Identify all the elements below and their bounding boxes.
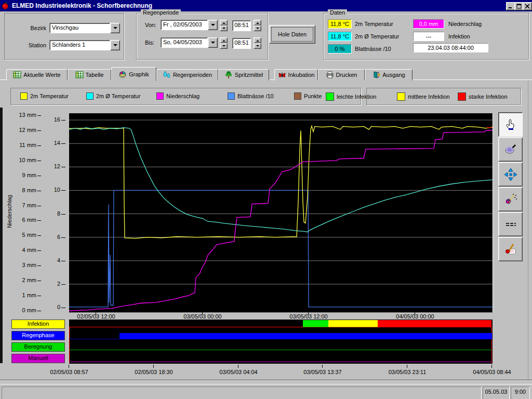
close-button[interactable] bbox=[523, 2, 532, 10]
dashed-lines-icon bbox=[504, 218, 517, 231]
legend-item: mittlere Infektion bbox=[397, 92, 450, 101]
von-label: Von: bbox=[145, 22, 156, 28]
series-blattn-sse-10 bbox=[69, 190, 493, 307]
bis-time-field[interactable]: 08:51 bbox=[232, 38, 251, 49]
mm-axis-tick bbox=[37, 311, 41, 311]
chart-canvas bbox=[69, 113, 493, 312]
hole-daten-button[interactable]: Hole Daten bbox=[269, 25, 315, 44]
tab-drucken[interactable]: Drucken bbox=[318, 69, 365, 81]
bezirk-select[interactable]: Vinschgau bbox=[49, 23, 120, 33]
bar-row-label-manuell: Manuell bbox=[11, 354, 65, 363]
tab-label: Aktuelle Werte bbox=[23, 72, 60, 78]
mm-axis-tick bbox=[37, 250, 41, 251]
title-bar[interactable]: ELMED Industrieelektronik - Schorfberech… bbox=[0, 0, 532, 11]
right-edge-line bbox=[528, 81, 528, 381]
mm-axis-tick bbox=[37, 265, 41, 266]
legend-swatch-icon bbox=[326, 92, 334, 101]
bar-row-label-beregnung: Beregnung bbox=[11, 342, 65, 352]
bars-x-tick-label: 03/05/03 04:04 bbox=[210, 369, 267, 375]
temp-axis-tick bbox=[61, 143, 65, 144]
mm-axis-tick-label: 0 mm bbox=[5, 307, 36, 313]
niederschlag-value: 0,0 mm bbox=[413, 19, 444, 29]
chevron-down-icon bbox=[211, 24, 215, 28]
tab-regenperioden[interactable]: Regenperioden bbox=[156, 69, 218, 81]
bis-date-select[interactable]: So, 04/05/2003 bbox=[161, 37, 218, 48]
temp-axis-tick bbox=[61, 120, 65, 121]
hand-tool-button[interactable] bbox=[498, 112, 523, 137]
von-date-stepper[interactable] bbox=[220, 20, 228, 30]
lines-tool-button[interactable] bbox=[498, 212, 523, 236]
tab-label: Ausgang bbox=[382, 72, 405, 78]
temp-axis-tick bbox=[61, 190, 65, 191]
printer-icon bbox=[326, 71, 334, 79]
butterfly-icon bbox=[278, 71, 286, 79]
chevron-down-icon bbox=[211, 42, 215, 46]
pan-tool-button[interactable] bbox=[498, 162, 523, 187]
bars-x-tick-label: 02/05/03 18:30 bbox=[125, 369, 182, 375]
legend-item: starke Infektion bbox=[458, 92, 508, 101]
von-time-stepper[interactable] bbox=[254, 20, 261, 30]
temp2m-label: 2m Temperatur bbox=[355, 21, 393, 27]
mm-axis-tick bbox=[37, 191, 41, 191]
temp-axis-tick bbox=[61, 167, 65, 167]
table-icon bbox=[13, 71, 21, 79]
chart-x-tick-label: 03/05/03 12:00 bbox=[280, 313, 337, 320]
legend-label: leichte Infektion bbox=[337, 94, 376, 100]
station-value: Schlanders 1 bbox=[49, 40, 110, 50]
bars-x-tick-label: 02/05/03 08:57 bbox=[41, 369, 98, 375]
minimize-icon bbox=[508, 4, 513, 9]
bezirk-dropdown-arrow[interactable] bbox=[110, 23, 120, 33]
legend-item: leichte Infektion bbox=[326, 92, 376, 101]
tab-tabelle[interactable]: Tabelle bbox=[68, 69, 111, 81]
status-bars-canvas bbox=[69, 320, 493, 364]
legend-label: Blattnässe /10 bbox=[237, 93, 274, 99]
zoom-tool-button[interactable] bbox=[498, 137, 523, 162]
von-date-select[interactable]: Fr , 02/05/2003 bbox=[161, 20, 218, 30]
bis-time-stepper[interactable] bbox=[254, 37, 261, 48]
station-dropdown-arrow[interactable] bbox=[110, 40, 120, 50]
daten-timestamp: 23.04.03 08:44:00 bbox=[413, 43, 488, 52]
tab-inkubation[interactable]: Inkubation bbox=[274, 69, 318, 81]
chart-plot-area[interactable] bbox=[69, 113, 493, 313]
infektion-label: Infektion bbox=[448, 33, 470, 39]
daten-group: Daten 11,8 °C 2m Temperatur 11,8 °C 2m Ø… bbox=[323, 13, 529, 60]
table-icon bbox=[75, 71, 84, 79]
daten-title: Daten bbox=[328, 9, 347, 16]
mm-axis-tick bbox=[37, 161, 41, 161]
tab-ausgang[interactable]: Ausgang bbox=[365, 69, 413, 81]
legend-swatch-icon bbox=[86, 92, 94, 100]
window-title: ELMED Industrieelektronik - Schorfberech… bbox=[12, 2, 152, 9]
tab-label: Drucken bbox=[336, 72, 357, 78]
station-select[interactable]: Schlanders 1 bbox=[49, 40, 120, 50]
mm-axis-tick bbox=[37, 206, 41, 206]
legend-swatch-icon bbox=[156, 92, 164, 100]
bar-row-label-regenphase: Regenphase bbox=[11, 331, 65, 340]
mm-axis-tick-label: 10 mm bbox=[5, 157, 36, 163]
bis-date-stepper[interactable] bbox=[220, 37, 228, 48]
legend-swatch-icon bbox=[397, 92, 405, 101]
bis-date-value: So, 04/05/2003 bbox=[161, 37, 208, 48]
von-time-field[interactable]: 08:51 bbox=[232, 20, 251, 31]
bis-dropdown-arrow[interactable] bbox=[208, 37, 218, 48]
tab-label: Inkubation bbox=[288, 72, 315, 78]
edit-tool-button[interactable] bbox=[498, 237, 523, 261]
mm-axis-tick bbox=[37, 130, 41, 131]
niederschlag-label: Niederschlag bbox=[448, 21, 482, 27]
tab-aktuelle-werte[interactable]: Aktuelle Werte bbox=[6, 69, 68, 81]
infektion-segment bbox=[328, 320, 378, 327]
tab-graphik[interactable]: Graphik bbox=[111, 67, 156, 81]
wand-tool-button[interactable] bbox=[498, 187, 523, 211]
mm-axis-tick-label: 2 mm bbox=[5, 277, 36, 283]
exit-door-icon bbox=[372, 71, 380, 79]
bars-x-tick bbox=[407, 365, 407, 368]
status-time: 9:00 bbox=[511, 387, 530, 399]
bars-x-tick bbox=[69, 365, 69, 368]
legend-label: mittlere Infektion bbox=[408, 94, 450, 100]
von-dropdown-arrow[interactable] bbox=[208, 20, 218, 30]
mm-axis-tick-label: 9 mm bbox=[5, 172, 36, 178]
mm-axis-tick bbox=[37, 176, 41, 176]
bis-label: Bis: bbox=[145, 39, 154, 46]
tab-spritzmittel[interactable]: Spritzmittel bbox=[218, 69, 269, 81]
von-date-value: Fr , 02/05/2003 bbox=[161, 20, 208, 30]
legend-swatch-icon bbox=[294, 92, 301, 100]
